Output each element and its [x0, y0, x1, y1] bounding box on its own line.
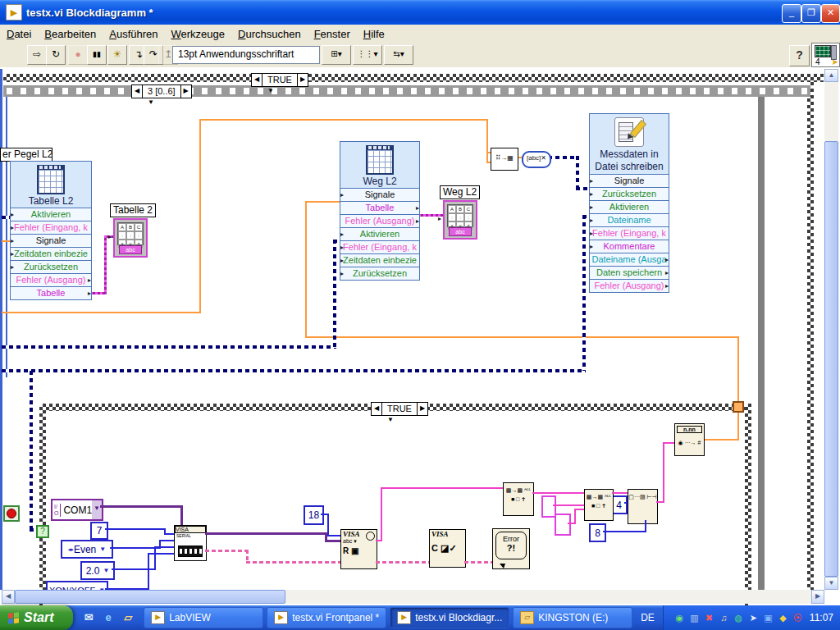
- wire-numeric[interactable]: [199, 119, 201, 313]
- wire-string[interactable]: [381, 487, 503, 489]
- pause-button[interactable]: ▮▮: [87, 45, 107, 65]
- stop-terminal[interactable]: [3, 505, 20, 522]
- expressvi-row-aktivieren[interactable]: Aktivieren: [11, 208, 91, 221]
- wire-integer[interactable]: [159, 540, 174, 541]
- help-button[interactable]: ?: [789, 45, 810, 66]
- search-replace-string-node[interactable]: ▩→▩ ᴬᴸᴸ■ □ ✝: [503, 482, 534, 516]
- maximize-button[interactable]: ❐: [801, 4, 821, 23]
- scroll-right-button[interactable]: ▶: [811, 590, 824, 604]
- build-table-node[interactable]: ⠿→▦: [491, 148, 518, 171]
- wire-error[interactable]: [464, 561, 492, 564]
- case-prev-icon[interactable]: ◀: [372, 403, 381, 415]
- express-vi-weg-l2[interactable]: Weg L2 SignaleTabelleFehler (Ausgang)Akt…: [340, 141, 420, 281]
- run-continuous-button[interactable]: ↻: [46, 45, 66, 65]
- case-selector-outer[interactable]: ◀ TRUE ▼ ▶: [251, 73, 308, 87]
- wire-numeric[interactable]: [703, 439, 739, 441]
- expressvi-row-signale[interactable]: Signale: [590, 174, 669, 187]
- wire-dynamic-data[interactable]: [582, 215, 589, 218]
- wire-integer[interactable]: [603, 531, 646, 532]
- tunnel[interactable]: [733, 401, 744, 413]
- expressvi-row-fehler-ausgang-[interactable]: Fehler (Ausgang): [11, 273, 91, 286]
- expressvi-row-zur-cksetzen[interactable]: Zurücksetzen: [590, 187, 669, 200]
- wire-integer[interactable]: [110, 547, 161, 549]
- expressvi-row-zeitdaten-einbezie[interactable]: Zeitdaten einbezie: [11, 247, 91, 260]
- string-subset-node[interactable]: ▢⋯▨ ⊢⊣: [628, 489, 658, 524]
- wire-dynamic-data[interactable]: [2, 216, 10, 219]
- audio-icon[interactable]: ♫: [718, 612, 730, 624]
- abort-button[interactable]: ●: [68, 45, 88, 65]
- string-constant[interactable]: [555, 514, 571, 536]
- indicator-label[interactable]: Tabelle 2: [110, 203, 156, 217]
- menu-werkzeuge[interactable]: Werkzeuge: [165, 26, 232, 42]
- wire-string[interactable]: [381, 487, 382, 541]
- vi-icon-pane[interactable]: 4 ➤: [811, 43, 840, 67]
- menu-durchsuchen[interactable]: Durchsuchen: [231, 26, 308, 42]
- wire-string[interactable]: [663, 442, 674, 444]
- wire-visa[interactable]: [205, 532, 326, 535]
- scroll-up-button[interactable]: ▲: [824, 69, 838, 82]
- menu-bearbeiten[interactable]: Bearbeiten: [38, 26, 103, 42]
- reorder-button[interactable]: ⇆▾: [384, 45, 413, 65]
- expressvi-row-tabelle[interactable]: Tabelle: [11, 286, 91, 299]
- wire-numeric[interactable]: [2, 240, 10, 242]
- folder-icon[interactable]: ▱: [121, 610, 135, 625]
- wire-numeric[interactable]: [2, 312, 201, 313]
- taskbar-clock[interactable]: 11:07: [810, 612, 833, 623]
- wire-string[interactable]: [663, 442, 664, 503]
- wire-error[interactable]: [205, 550, 248, 552]
- wire-numeric[interactable]: [737, 336, 739, 441]
- visa-read-node[interactable]: VISA abc ▾ R ▣: [340, 529, 377, 569]
- display-icon[interactable]: ▥: [688, 612, 701, 624]
- network-disconnect-icon[interactable]: ✖: [703, 612, 715, 624]
- express-vi-messdaten[interactable]: Messdaten in Datei schreiben SignaleZurü…: [589, 113, 669, 293]
- wire-numeric[interactable]: [305, 201, 340, 203]
- wire-integer[interactable]: [154, 546, 156, 570]
- wire-numeric[interactable]: [486, 119, 488, 163]
- wire-string[interactable]: [532, 492, 584, 494]
- horizontal-scroll-thumb[interactable]: [15, 590, 285, 604]
- expressvi-row-fehler-ausgang-[interactable]: Fehler (Ausgang): [340, 214, 419, 227]
- case-next-icon[interactable]: ▶: [418, 403, 427, 415]
- expressvi-row-zeitdaten-einbezie[interactable]: Zeitdaten einbezie: [340, 253, 419, 267]
- scroll-down-button[interactable]: ▼: [824, 577, 838, 590]
- traffic-light-icon[interactable]: ⦿: [792, 612, 804, 624]
- table-indicator-icon[interactable]: ABC:::xyz abc: [443, 200, 477, 240]
- case-selector-inner[interactable]: ◀ TRUE ▼ ▶: [371, 402, 428, 416]
- expressvi-row-dateiname-ausga[interactable]: Dateiname (Ausga: [590, 253, 669, 266]
- mouse-icon[interactable]: ➤: [747, 612, 760, 624]
- to-dynamic-data-node[interactable]: [abc]✕: [522, 151, 551, 168]
- internet-explorer-icon[interactable]: e: [101, 610, 116, 625]
- align-objects-button[interactable]: ⊞▾: [322, 45, 351, 65]
- ring-constant-parity[interactable]: ◂▸ Even▼: [61, 540, 113, 559]
- display-settings-icon[interactable]: ▣: [762, 612, 774, 624]
- menu-ausführen[interactable]: Ausführen: [103, 26, 164, 42]
- run-button[interactable]: ⇨: [27, 45, 47, 65]
- distribute-objects-button[interactable]: ⋮⋮▾: [353, 45, 382, 65]
- menu-hilfe[interactable]: Hilfe: [357, 26, 391, 42]
- green-status-icon[interactable]: ◉: [673, 612, 686, 624]
- wire-dynamic-data[interactable]: [576, 187, 589, 190]
- wire-integer[interactable]: [148, 553, 149, 590]
- wire-integer[interactable]: [327, 514, 329, 536]
- visa-configure-serial-node[interactable]: VISA SERIAL: [174, 525, 207, 561]
- minimize-button[interactable]: _: [782, 4, 801, 23]
- wire-numeric[interactable]: [199, 119, 488, 121]
- scroll-left-button[interactable]: ◀: [2, 590, 15, 604]
- wire-integer[interactable]: [105, 528, 166, 530]
- expressvi-row-aktivieren[interactable]: Aktivieren: [590, 200, 669, 213]
- expressvi-row-kommentare[interactable]: Kommentare: [590, 240, 669, 253]
- wire-dynamic-data[interactable]: [576, 156, 579, 189]
- scan-string-node[interactable]: n.nn ◉ ⋯→ #: [674, 423, 705, 456]
- wire-dynamic-data[interactable]: [548, 156, 579, 159]
- expressvi-row-aktivieren[interactable]: Aktivieren: [340, 227, 419, 240]
- wire-string[interactable]: [612, 492, 628, 494]
- wire-integer[interactable]: [624, 502, 628, 504]
- taskbar-task-labview[interactable]: ▶LabVIEW: [144, 607, 263, 628]
- updates-icon[interactable]: ◆: [777, 612, 789, 624]
- expressvi-row-tabelle[interactable]: Tabelle: [340, 201, 419, 214]
- wire-string[interactable]: [574, 509, 584, 510]
- wire-dynamic-data[interactable]: [2, 369, 586, 372]
- vertical-scroll-thumb[interactable]: [824, 141, 838, 577]
- expressvi-row-zur-cksetzen[interactable]: Zurücksetzen: [340, 267, 419, 280]
- ring-constant-stopbits[interactable]: 2.0▼: [80, 561, 115, 580]
